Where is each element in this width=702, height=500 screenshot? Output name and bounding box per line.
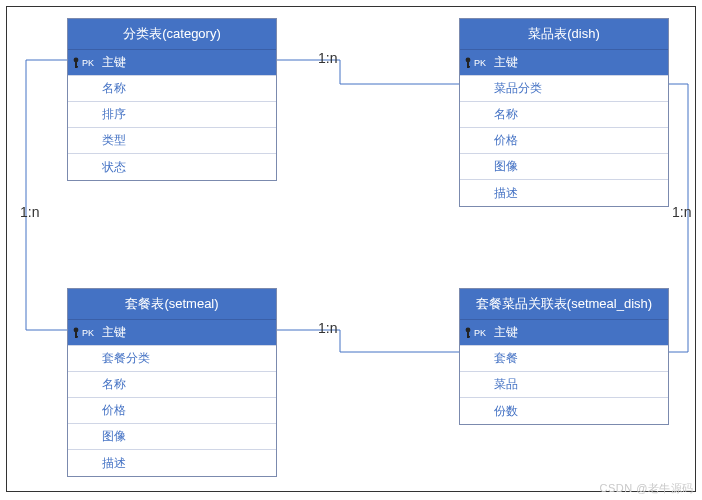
field-row: 类型 [68, 128, 276, 154]
entity-title: 套餐菜品关联表(setmeal_dish) [460, 289, 668, 320]
field-row: 名称 [68, 76, 276, 102]
field-row: 图像 [68, 424, 276, 450]
entity-dish: 菜品表(dish) PK 主键 菜品分类 名称 价格 图像 描述 [459, 18, 669, 207]
entity-setmeal-dish: 套餐菜品关联表(setmeal_dish) PK 主键 套餐 菜品 份数 [459, 288, 669, 425]
svg-point-0 [74, 57, 79, 62]
field-name: 名称 [494, 106, 518, 123]
field-name: 套餐分类 [102, 350, 150, 367]
field-name: 价格 [102, 402, 126, 419]
field-row: 名称 [68, 372, 276, 398]
relation-label-dish-setmealdish: 1:n [672, 204, 691, 220]
field-name: 主键 [494, 324, 518, 341]
entity-title: 菜品表(dish) [460, 19, 668, 50]
field-row: 菜品 [460, 372, 668, 398]
entity-setmeal: 套餐表(setmeal) PK 主键 套餐分类 名称 价格 图像 描述 [67, 288, 277, 477]
entity-title: 分类表(category) [68, 19, 276, 50]
relation-label-category-dish: 1:n [318, 50, 337, 66]
field-name: 描述 [102, 455, 126, 472]
field-name: 主键 [494, 54, 518, 71]
watermark: CSDN @老牛源码 [600, 481, 694, 496]
field-row: 菜品分类 [460, 76, 668, 102]
pk-label: PK [82, 328, 94, 338]
pk-icon: PK [72, 57, 96, 69]
entity-category: 分类表(category) PK 主键 名称 排序 类型 状态 [67, 18, 277, 181]
field-name: 主键 [102, 324, 126, 341]
field-row: 价格 [68, 398, 276, 424]
field-row: 套餐分类 [68, 346, 276, 372]
field-row: 描述 [68, 450, 276, 476]
field-name: 主键 [102, 54, 126, 71]
field-row: 套餐 [460, 346, 668, 372]
svg-rect-5 [467, 66, 470, 68]
field-row: 描述 [460, 180, 668, 206]
field-name: 图像 [102, 428, 126, 445]
pk-label: PK [474, 328, 486, 338]
pk-icon: PK [72, 327, 96, 339]
field-name: 名称 [102, 376, 126, 393]
field-name: 菜品分类 [494, 80, 542, 97]
field-name: 排序 [102, 106, 126, 123]
svg-rect-2 [75, 66, 78, 68]
field-name: 类型 [102, 132, 126, 149]
svg-rect-8 [75, 336, 78, 338]
entity-pk-row: PK 主键 [460, 320, 668, 346]
relation-label-setmeal-setmealdish: 1:n [318, 320, 337, 336]
pk-label: PK [82, 58, 94, 68]
entity-title: 套餐表(setmeal) [68, 289, 276, 320]
svg-rect-11 [467, 336, 470, 338]
entity-pk-row: PK 主键 [68, 320, 276, 346]
field-row: 图像 [460, 154, 668, 180]
field-row: 状态 [68, 154, 276, 180]
field-name: 名称 [102, 80, 126, 97]
svg-point-6 [74, 327, 79, 332]
relation-label-category-setmeal: 1:n [20, 204, 39, 220]
field-row: 价格 [460, 128, 668, 154]
field-row: 排序 [68, 102, 276, 128]
field-name: 套餐 [494, 350, 518, 367]
pk-icon: PK [464, 57, 488, 69]
field-name: 菜品 [494, 376, 518, 393]
entity-pk-row: PK 主键 [460, 50, 668, 76]
field-name: 描述 [494, 185, 518, 202]
svg-point-9 [466, 327, 471, 332]
svg-point-3 [466, 57, 471, 62]
field-row: 名称 [460, 102, 668, 128]
field-name: 份数 [494, 403, 518, 420]
field-name: 图像 [494, 158, 518, 175]
field-name: 状态 [102, 159, 126, 176]
pk-icon: PK [464, 327, 488, 339]
field-name: 价格 [494, 132, 518, 149]
entity-pk-row: PK 主键 [68, 50, 276, 76]
field-row: 份数 [460, 398, 668, 424]
pk-label: PK [474, 58, 486, 68]
